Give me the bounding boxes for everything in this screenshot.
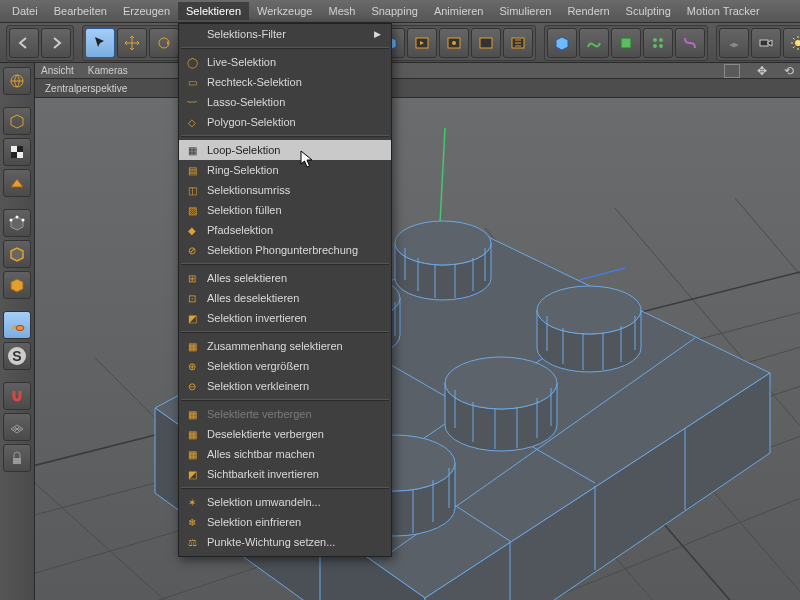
menu-datei[interactable]: Datei [4,2,46,20]
menu-bearbeiten[interactable]: Bearbeiten [46,2,115,20]
menu-werkzeuge[interactable]: Werkzeuge [249,2,320,20]
menu-item[interactable]: ⊕Selektion vergrößern [179,356,391,376]
viewport-tab[interactable]: Ansicht [41,65,74,76]
menu-item-label: Polygon-Selektion [207,116,296,128]
globe-icon[interactable] [3,67,31,95]
history-group [6,25,74,61]
svg-point-58 [537,286,641,334]
menu-item[interactable]: ▨Selektion füllen [179,200,391,220]
menu-item[interactable]: ◆Pfadselektion [179,220,391,240]
vp-nav-icon[interactable] [724,64,740,78]
axis-s[interactable]: S [3,342,31,370]
workplane[interactable] [3,413,31,441]
tweak-mode[interactable] [3,311,31,339]
menu-item[interactable]: ❄Selektion einfrieren [179,512,391,532]
uv-mode[interactable] [3,169,31,197]
menu-item-icon: ◆ [185,223,199,237]
undo-button[interactable] [9,28,39,58]
svg-point-16 [795,40,800,46]
menu-item-icon: ◩ [185,311,199,325]
edge-mode[interactable] [3,240,31,268]
menu-motion tracker[interactable]: Motion Tracker [679,2,768,20]
menu-rendern[interactable]: Rendern [559,2,617,20]
menu-erzeugen[interactable]: Erzeugen [115,2,178,20]
vp-nav-icon[interactable]: ⟲ [784,64,794,78]
menu-item[interactable]: ⊡Alles deselektieren [179,288,391,308]
menu-item-icon: 〰 [185,95,199,109]
render-queue[interactable] [503,28,533,58]
menu-item-icon: ▦ [185,427,199,441]
menu-item[interactable]: ▦Deselektierte verbergen [179,424,391,444]
viewport-tab[interactable]: Kameras [88,65,128,76]
point-mode[interactable] [3,209,31,237]
menu-item[interactable]: ✶Selektion umwandeln... [179,492,391,512]
svg-point-13 [653,44,657,48]
redo-button[interactable] [41,28,71,58]
menu-item-label: Alles selektieren [207,272,287,284]
camera[interactable] [751,28,781,58]
menu-item[interactable]: ◇Polygon-Selektion [179,112,391,132]
menu-item-label: Pfadselektion [207,224,273,236]
floor[interactable] [719,28,749,58]
menu-item-icon: ✶ [185,495,199,509]
viewport-canvas[interactable] [35,98,800,600]
move-tool[interactable] [117,28,147,58]
render-group [372,25,536,61]
polygon-mode[interactable] [3,271,31,299]
menu-item[interactable]: ⚖Punkte-Wichtung setzen... [179,532,391,552]
rotate-tool[interactable] [149,28,179,58]
array[interactable] [643,28,673,58]
menu-item[interactable]: ▭Rechteck-Selektion [179,72,391,92]
render-view[interactable] [407,28,437,58]
select-tool[interactable] [85,28,115,58]
spline[interactable] [579,28,609,58]
menu-item-label: Sichtbarkeit invertieren [207,468,319,480]
vp-nav-icon[interactable]: ✥ [757,64,767,78]
menu-item-icon: ▦ [185,447,199,461]
menu-item-icon: ⊕ [185,359,199,373]
menu-item-icon: ▦ [185,407,199,421]
menu-item[interactable]: ◯Live-Selektion [179,52,391,72]
snap-toggle[interactable] [3,382,31,410]
menu-item[interactable]: ◩Sichtbarkeit invertieren [179,464,391,484]
menu-item[interactable]: ◫Selektionsumriss [179,180,391,200]
menu-snapping[interactable]: Snapping [363,2,426,20]
render-settings[interactable] [471,28,501,58]
menu-item-icon: ▦ [185,339,199,353]
menu-item[interactable]: ▦Zusammenhang selektieren [179,336,391,356]
menu-bar: DateiBearbeitenErzeugenSelektierenWerkze… [0,0,800,23]
menu-item-icon: ◩ [185,467,199,481]
menu-item[interactable]: ⊞Alles selektieren [179,268,391,288]
viewport-menubar: Ansicht Kameras ✥ ⟲ [35,63,800,79]
menu-simulieren[interactable]: Simulieren [491,2,559,20]
menu-item[interactable]: ▤Ring-Selektion [179,160,391,180]
generator-cube[interactable] [547,28,577,58]
light[interactable] [783,28,800,58]
texture-mode[interactable] [3,138,31,166]
viewport-title: Zentralperspektive [35,79,800,98]
menu-item-icon: ◇ [185,115,199,129]
render-region[interactable] [439,28,469,58]
viewport: Ansicht Kameras ✥ ⟲ Zentralperspektive [35,63,800,600]
menu-item-icon: ▤ [185,163,199,177]
menu-sculpting[interactable]: Sculpting [618,2,679,20]
menu-item-icon: ⊞ [185,271,199,285]
menu-item-icon: ◯ [185,55,199,69]
menu-item[interactable]: ⊘Selektion Phongunterbrechung [179,240,391,260]
menu-item-icon: ⊘ [185,243,199,257]
menu-item[interactable]: ⊖Selektion verkleinern [179,376,391,396]
model-mode[interactable] [3,107,31,135]
menu-item-label: Loop-Selektion [207,144,280,156]
menu-animieren[interactable]: Animieren [426,2,492,20]
menu-selektieren[interactable]: Selektieren [178,2,249,20]
deformer[interactable] [675,28,705,58]
menu-item-label: Rechteck-Selektion [207,76,302,88]
menu-item[interactable]: Selektions-Filter▶ [179,24,391,44]
menu-item[interactable]: ▦Alles sichtbar machen [179,444,391,464]
menu-item[interactable]: ◩Selektion invertieren [179,308,391,328]
menu-mesh[interactable]: Mesh [320,2,363,20]
lock-toggle[interactable] [3,444,31,472]
menu-item[interactable]: 〰Lasso-Selektion [179,92,391,112]
nurbs[interactable] [611,28,641,58]
menu-item[interactable]: ▦Loop-Selektion [179,140,391,160]
